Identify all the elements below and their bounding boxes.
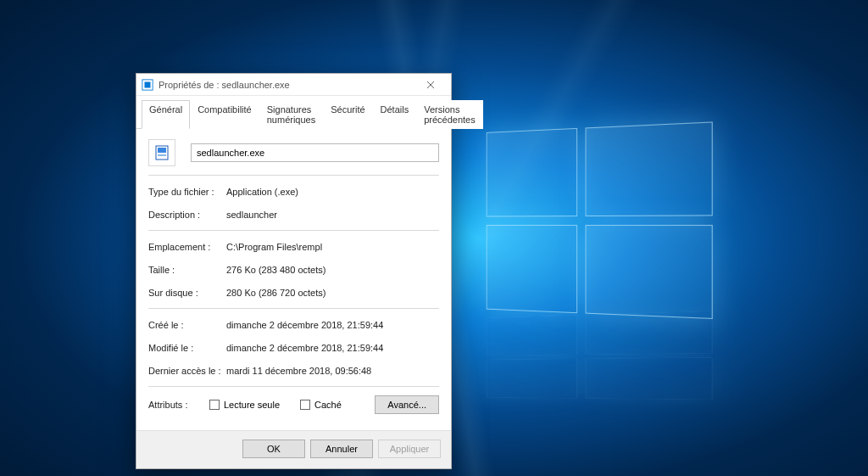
file-type-label: Type du fichier : [148,187,226,197]
modified-label: Modifié le : [148,343,226,353]
tab-previous-versions[interactable]: Versions précédentes [416,100,483,129]
separator [148,308,439,309]
size-value: 276 Ko (283 480 octets) [226,265,326,275]
advanced-button[interactable]: Avancé... [375,395,439,414]
hidden-checkbox[interactable]: Caché [300,400,342,410]
readonly-checkbox[interactable]: Lecture seule [209,400,280,410]
separator [148,386,439,387]
ok-button[interactable]: OK [242,440,305,458]
checkbox-icon [209,400,220,410]
separator [148,175,439,176]
tab-compatibility[interactable]: Compatibilité [190,100,259,129]
svg-rect-3 [158,148,166,153]
close-button[interactable] [414,75,448,95]
created-value: dimanche 2 décembre 2018, 21:59:44 [226,320,383,330]
readonly-checkbox-label: Lecture seule [224,400,280,410]
location-label: Emplacement : [148,242,226,252]
svg-rect-1 [145,81,151,87]
file-icon [148,139,175,166]
dialog-button-bar: OK Annuler Appliquer [136,430,451,468]
accessed-label: Dernier accès le : [148,366,226,376]
windows-logo [487,121,713,328]
cancel-button[interactable]: Annuler [310,440,373,458]
tab-security[interactable]: Sécurité [323,100,372,129]
separator [148,230,439,231]
window-title: Propriétés de : sedlauncher.exe [159,80,414,90]
location-value: C:\Program Files\rempl [226,242,322,252]
modified-value: dimanche 2 décembre 2018, 21:59:44 [226,343,383,353]
close-icon [426,81,435,89]
hidden-checkbox-label: Caché [314,400,342,410]
tab-general[interactable]: Général [142,100,190,129]
titlebar[interactable]: Propriétés de : sedlauncher.exe [136,74,451,96]
tab-signatures[interactable]: Signatures numériques [259,100,323,129]
size-on-disk-value: 280 Ko (286 720 octets) [226,288,326,298]
apply-button: Appliquer [378,440,441,458]
size-label: Taille : [148,265,226,275]
attributes-label: Attributs : [148,400,209,410]
size-on-disk-label: Sur disque : [148,288,226,298]
file-type-value: Application (.exe) [226,187,298,197]
filename-input[interactable] [191,143,439,162]
tab-panel-general: Type du fichier : Application (.exe) Des… [136,129,451,430]
windows-logo-reflection [487,356,713,400]
tab-strip: Général Compatibilité Signatures numériq… [136,96,451,129]
description-value: sedlauncher [226,210,277,220]
checkbox-icon [300,400,310,410]
accessed-value: mardi 11 décembre 2018, 09:56:48 [226,366,371,376]
tab-details[interactable]: Détails [373,100,417,129]
created-label: Créé le : [148,320,226,330]
window-icon [142,79,153,91]
description-label: Description : [148,210,226,220]
properties-dialog: Propriétés de : sedlauncher.exe Général … [136,73,452,469]
svg-rect-4 [158,154,166,156]
